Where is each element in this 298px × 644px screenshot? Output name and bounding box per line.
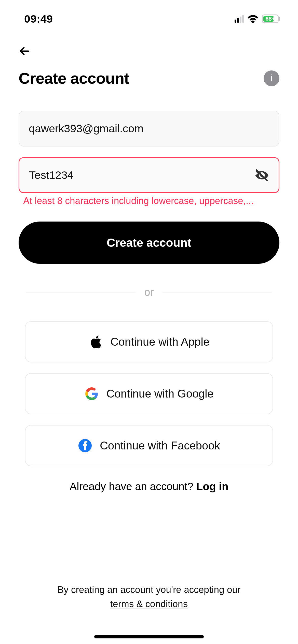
email-field[interactable]: qawerk393@gmail.com (19, 111, 279, 147)
page-title: Create account (19, 69, 129, 87)
password-field[interactable]: Test1234 (19, 157, 279, 193)
login-prompt-text: Already have an account? (70, 480, 196, 492)
info-button[interactable]: i (264, 70, 279, 86)
apple-icon (89, 335, 103, 349)
facebook-button-label: Continue with Facebook (100, 439, 220, 452)
back-button[interactable] (19, 45, 31, 57)
info-icon: i (270, 73, 273, 84)
status-indicators: 68 (235, 14, 280, 23)
email-value: qawerk393@gmail.com (29, 122, 269, 135)
footer: By creating an account you're accepting … (0, 583, 298, 611)
continue-with-facebook-button[interactable]: Continue with Facebook (25, 425, 273, 466)
create-account-button[interactable]: Create account (19, 222, 279, 264)
status-bar: 09:49 68 (0, 0, 298, 28)
arrow-left-icon (19, 45, 30, 57)
facebook-icon (78, 438, 92, 453)
toggle-password-visibility-button[interactable] (255, 168, 269, 182)
google-icon (85, 387, 99, 401)
continue-with-google-button[interactable]: Continue with Google (25, 373, 273, 414)
cellular-icon (235, 15, 244, 23)
continue-with-apple-button[interactable]: Continue with Apple (25, 321, 273, 362)
create-account-label: Create account (107, 236, 191, 250)
apple-button-label: Continue with Apple (111, 335, 210, 348)
footer-text: By creating an account you're accepting … (58, 584, 241, 595)
battery-icon: 68 (262, 14, 280, 23)
divider-label: or (144, 286, 154, 298)
eye-off-icon (255, 168, 269, 182)
google-button-label: Continue with Google (106, 387, 214, 400)
divider: or (19, 286, 279, 298)
password-error-message: At least 8 characters including lowercas… (19, 196, 279, 206)
password-value: Test1234 (29, 169, 255, 181)
login-prompt: Already have an account? Log in (19, 480, 279, 493)
terms-and-conditions-link[interactable]: terms & conditions (110, 599, 188, 609)
login-link[interactable]: Log in (196, 480, 228, 492)
battery-percent: 68 (265, 16, 272, 22)
wifi-icon (248, 15, 258, 23)
home-indicator[interactable] (94, 635, 204, 638)
status-time: 09:49 (24, 13, 53, 25)
